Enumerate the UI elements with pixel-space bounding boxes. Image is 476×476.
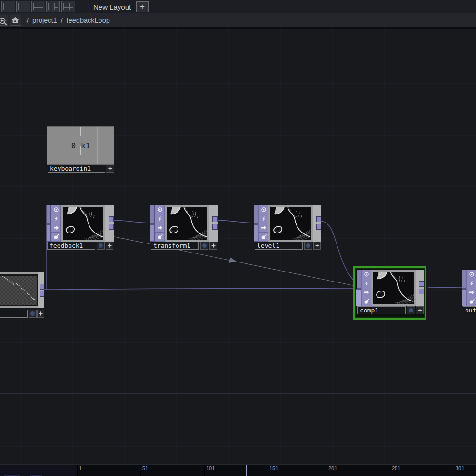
output-connector[interactable]	[316, 224, 321, 230]
bolt-flag-button[interactable]	[362, 279, 371, 288]
output-connector[interactable]	[212, 216, 218, 222]
find-button[interactable]	[0, 15, 8, 26]
output-connector[interactable]	[419, 281, 424, 287]
node-comp1[interactable]: comp1	[357, 270, 424, 315]
output-connector[interactable]	[40, 284, 44, 290]
node-name-field[interactable]: level1	[255, 242, 303, 250]
bomb-flag-button[interactable]	[362, 297, 371, 306]
node-star-button[interactable]	[209, 242, 217, 250]
timeline-tick: 51	[142, 466, 148, 471]
output-connector[interactable]	[40, 291, 44, 297]
node-name-field[interactable]: out1	[463, 306, 476, 314]
bomb-flag-icon	[53, 234, 59, 240]
node-name-field[interactable]: feedback1	[47, 242, 95, 250]
node-level1[interactable]: level1	[254, 205, 321, 250]
arrow-flag-button[interactable]	[467, 288, 476, 297]
node-viewer-dot-button[interactable]	[304, 242, 312, 250]
viewer-flag-button[interactable]	[362, 270, 371, 279]
input-connector[interactable]	[46, 224, 51, 242]
node-name-field[interactable]	[0, 310, 28, 318]
viewer-flag-button[interactable]	[259, 205, 268, 214]
add-layout-button[interactable]: +	[136, 1, 149, 12]
output-connector[interactable]	[109, 224, 114, 230]
input-connector[interactable]	[357, 270, 361, 289]
output-column	[38, 272, 44, 308]
node-name-field[interactable]: transform1	[151, 242, 199, 250]
node-star-button[interactable]	[416, 306, 424, 314]
input-connector[interactable]	[150, 205, 155, 224]
node-out1[interactable]: out1	[462, 270, 476, 315]
breadcrumb: / project1 / feedbackLoop	[27, 13, 110, 27]
timeline-tick: 301	[456, 466, 464, 471]
input-connector[interactable]	[46, 205, 51, 224]
home-icon	[11, 17, 19, 23]
bomb-flag-button[interactable]	[467, 297, 476, 306]
node-name-field[interactable]: comp1	[357, 306, 406, 314]
viewer-flag-icon	[469, 272, 475, 277]
node-name-field[interactable]: keyboardin1	[48, 165, 105, 173]
node-star-button[interactable]	[37, 310, 44, 318]
input-connector[interactable]	[254, 205, 258, 224]
arrow-flag-button[interactable]	[51, 223, 60, 233]
viewer-flag-icon	[157, 207, 163, 213]
breadcrumb-item-feedbackloop[interactable]: feedbackLoop	[67, 17, 110, 24]
output-connector[interactable]	[316, 216, 321, 222]
wire-transform1-to-level1	[218, 220, 255, 223]
bomb-flag-button[interactable]	[51, 233, 60, 241]
star-icon	[211, 243, 216, 248]
arrow-flag-button[interactable]	[155, 223, 164, 233]
bolt-flag-button[interactable]	[51, 214, 60, 223]
node-star-button[interactable]	[313, 242, 321, 250]
input-connector[interactable]	[150, 224, 155, 242]
keyboardin1-body: 0 k1	[47, 126, 114, 165]
layout-preset-single-button[interactable]	[1, 1, 15, 12]
viewer-flag-button[interactable]	[51, 205, 60, 214]
touchdesigner-window: | New Layout + / project1 / feedbackLoop	[0, 0, 476, 476]
viewer-flag-button[interactable]	[467, 270, 476, 279]
node-viewer-dot-button[interactable]	[29, 310, 37, 318]
input-connector[interactable]	[462, 270, 466, 289]
bolt-flag-icon	[469, 281, 475, 286]
timeline-playhead[interactable]	[246, 465, 247, 476]
bolt-flag-icon	[157, 216, 163, 222]
layout-preset-left-right-split-button[interactable]	[46, 1, 60, 12]
node-transform1[interactable]: transform1	[150, 205, 218, 250]
output-connector[interactable]	[419, 289, 424, 294]
output-column	[209, 205, 218, 242]
bomb-flag-button[interactable]	[155, 233, 164, 241]
layout-preset-grid-button[interactable]	[61, 1, 75, 12]
bomb-flag-icon	[261, 234, 267, 240]
node-viewer-dot-button[interactable]	[200, 242, 208, 250]
arrow-flag-icon	[261, 225, 267, 231]
output-connector[interactable]	[212, 224, 218, 230]
node-star-button[interactable]	[106, 242, 113, 250]
input-connector[interactable]	[462, 289, 466, 306]
input-connector[interactable]	[356, 289, 361, 306]
bolt-flag-icon	[364, 281, 369, 286]
timeline-tick: 1	[79, 466, 82, 471]
timeline-pre-range	[0, 465, 77, 476]
node-feedback1[interactable]: feedback1	[46, 205, 114, 250]
node-star-button[interactable]	[106, 165, 114, 173]
home-button[interactable]	[10, 15, 21, 26]
wire-left-node-to-comp1	[43, 288, 357, 290]
arrow-flag-button[interactable]	[362, 288, 371, 297]
node-viewer-dot-button[interactable]	[97, 242, 105, 250]
node-left-partial[interactable]	[0, 272, 44, 319]
bolt-flag-button[interactable]	[155, 214, 164, 223]
input-connector[interactable]	[254, 224, 258, 242]
layout-preset-two-rows-button[interactable]	[31, 1, 45, 12]
bomb-flag-icon	[157, 234, 163, 240]
output-connector[interactable]	[109, 216, 114, 222]
bomb-flag-button[interactable]	[259, 233, 268, 241]
breadcrumb-item-project1[interactable]: project1	[32, 17, 57, 24]
node-viewer-dot-button[interactable]	[407, 306, 415, 314]
node-keyboardin1[interactable]: 0 k1 keyboardin1	[47, 126, 114, 173]
arrow-flag-button[interactable]	[259, 223, 268, 233]
bomb-flag-icon	[469, 299, 475, 304]
layout-preset-two-columns-button[interactable]	[16, 1, 30, 12]
timeline-bar[interactable]: 1 51 101 151 201 251 301	[0, 464, 476, 476]
viewer-flag-button[interactable]	[155, 205, 164, 214]
bolt-flag-button[interactable]	[467, 279, 476, 288]
bolt-flag-button[interactable]	[259, 214, 268, 223]
